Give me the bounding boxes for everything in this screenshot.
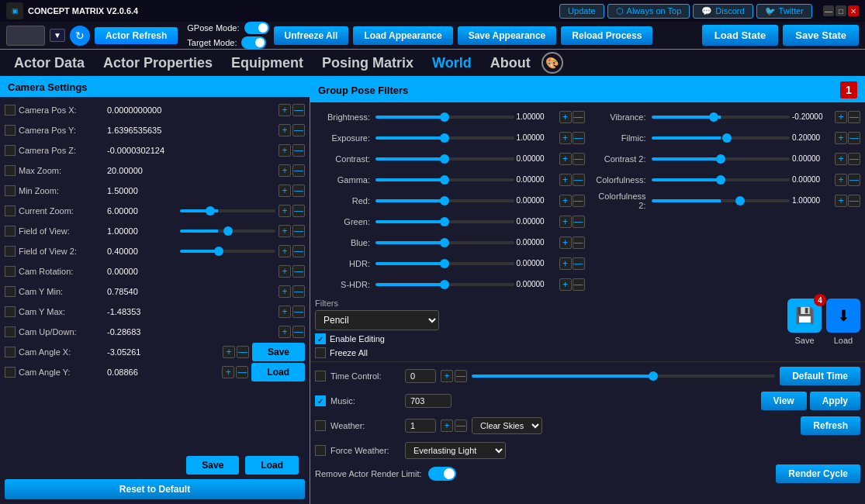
gp-left-slider-4[interactable]	[375, 199, 514, 202]
weather-checkbox[interactable]	[315, 420, 326, 431]
gp-right-slider-2[interactable]	[652, 157, 791, 161]
cam-checkbox-10[interactable]	[5, 306, 16, 317]
gp-left-plus-3[interactable]: +	[559, 174, 572, 186]
cam-plus-10[interactable]: +	[279, 306, 291, 318]
gp-left-slider-6[interactable]	[375, 241, 514, 244]
filter-select[interactable]: Pencil None Watercolor Pastel	[315, 310, 439, 330]
cam-plus-7[interactable]: +	[279, 245, 291, 257]
cam-checkbox-6[interactable]	[5, 226, 16, 236]
reload-process-button[interactable]: Reload Process	[561, 26, 652, 45]
cam-load-btn[interactable]: Load	[251, 363, 305, 381]
cam-minus-6[interactable]: —	[292, 225, 305, 237]
cam-checkbox-7[interactable]	[5, 246, 16, 257]
gp-left-plus-8[interactable]: +	[559, 278, 572, 291]
gp-left-slider-3[interactable]	[375, 178, 514, 181]
unfreeze-all-button[interactable]: Unfreeze All	[274, 26, 349, 45]
cam-plus-6[interactable]: +	[279, 225, 291, 237]
nav-posing-matrix[interactable]: Posing Matrix	[314, 52, 421, 74]
nav-world[interactable]: World	[424, 52, 479, 74]
gp-left-minus-1[interactable]: —	[573, 132, 585, 144]
nav-about[interactable]: About	[483, 52, 538, 74]
freeze-all-checkbox[interactable]	[315, 347, 326, 358]
gp-left-minus-7[interactable]: —	[573, 257, 585, 270]
cam-plus-3[interactable]: +	[279, 164, 291, 177]
cam-minus-5[interactable]: —	[292, 205, 305, 217]
cam-checkbox-3[interactable]	[5, 165, 16, 176]
maximize-button[interactable]: □	[836, 5, 846, 16]
cam-checkbox-13[interactable]	[5, 367, 16, 378]
time-slider[interactable]	[472, 375, 775, 378]
gp-right-minus-2[interactable]: —	[848, 153, 860, 165]
view-button[interactable]: View	[761, 392, 807, 410]
cam-checkbox-11[interactable]	[5, 326, 16, 337]
gp-left-slider-5[interactable]	[375, 220, 514, 223]
gp-right-plus-1[interactable]: +	[835, 132, 847, 144]
gp-right-plus-4[interactable]: +	[835, 195, 847, 207]
cam-plus-13[interactable]: +	[222, 366, 234, 378]
load-appearance-button[interactable]: Load Appearance	[353, 26, 452, 45]
cam-checkbox-2[interactable]	[5, 145, 16, 156]
cam-checkbox-4[interactable]	[5, 185, 16, 196]
force-weather-checkbox[interactable]	[315, 445, 326, 456]
time-control-input[interactable]	[405, 369, 436, 383]
cam-minus-0[interactable]: —	[292, 104, 305, 116]
gp-left-plus-5[interactable]: +	[559, 216, 572, 228]
alwaysontop-button[interactable]: ⬡ Always on Top	[607, 4, 690, 19]
weather-minus[interactable]: —	[455, 419, 467, 432]
default-time-button[interactable]: Default Time	[780, 367, 860, 385]
nav-actor-properties[interactable]: Actor Properties	[95, 52, 220, 74]
gp-left-slider-2[interactable]	[375, 157, 514, 161]
cam-minus-1[interactable]: —	[292, 124, 305, 136]
target-mode-toggle[interactable]	[241, 36, 266, 49]
gp-left-plus-4[interactable]: +	[559, 195, 572, 207]
cam-checkbox-12[interactable]	[5, 347, 16, 357]
gp-left-minus-3[interactable]: —	[573, 174, 585, 186]
cam-slider-7[interactable]	[180, 250, 275, 253]
cam-checkbox-5[interactable]	[5, 205, 16, 216]
nav-actor-data[interactable]: Actor Data	[6, 52, 92, 74]
gp-right-plus-2[interactable]: +	[835, 153, 847, 165]
cam-minus-13[interactable]: —	[236, 366, 248, 378]
gp-right-minus-4[interactable]: —	[848, 195, 860, 207]
gpose-mode-toggle[interactable]	[244, 22, 269, 34]
cam-minus-7[interactable]: —	[292, 245, 305, 257]
music-input[interactable]	[405, 394, 452, 408]
cam-minus-9[interactable]: —	[292, 285, 305, 298]
actor-refresh-button[interactable]: Actor Refresh	[95, 27, 178, 44]
cam-plus-0[interactable]: +	[279, 104, 291, 116]
cam-minus-11[interactable]: —	[292, 326, 305, 338]
time-control-checkbox[interactable]	[315, 371, 326, 381]
cam-plus-9[interactable]: +	[279, 285, 291, 298]
gp-left-minus-6[interactable]: —	[573, 236, 585, 249]
camera-save-button[interactable]: Save	[186, 456, 239, 475]
gp-right-slider-0[interactable]	[652, 116, 791, 119]
gp-left-plus-1[interactable]: +	[559, 132, 572, 144]
apply-button[interactable]: Apply	[810, 392, 860, 410]
palette-icon[interactable]: 🎨	[541, 52, 563, 74]
gp-left-minus-2[interactable]: —	[573, 153, 585, 165]
gp-left-plus-0[interactable]: +	[559, 111, 572, 123]
enable-editing-checkbox[interactable]: ✓	[315, 333, 326, 344]
music-checkbox[interactable]: ✓	[315, 395, 326, 406]
close-button[interactable]: ✕	[848, 5, 859, 16]
gp-save-button[interactable]: 💾 4	[787, 299, 822, 333]
gp-right-plus-3[interactable]: +	[835, 174, 847, 186]
cam-plus-8[interactable]: +	[279, 265, 291, 278]
force-weather-select[interactable]: Everlasting Light Clear Skies None	[405, 442, 506, 459]
cam-save-btn[interactable]: Save	[252, 343, 305, 361]
save-appearance-button[interactable]: Save Appearance	[458, 26, 557, 45]
discord-button[interactable]: 💬 Discord	[693, 4, 753, 19]
render-cycle-button[interactable]: Render Cycle	[776, 464, 860, 483]
gp-left-minus-0[interactable]: —	[573, 111, 585, 123]
cam-minus-8[interactable]: —	[292, 265, 305, 278]
gp-right-minus-1[interactable]: —	[848, 132, 860, 144]
refresh-icon-button[interactable]: ↻	[70, 26, 90, 46]
gp-right-plus-0[interactable]: +	[835, 111, 847, 123]
minimize-button[interactable]: —	[823, 5, 834, 16]
cam-plus-12[interactable]: +	[223, 346, 235, 358]
gp-left-slider-7[interactable]	[375, 262, 514, 265]
weather-plus[interactable]: +	[441, 419, 453, 432]
time-minus[interactable]: —	[455, 370, 467, 382]
save-state-button[interactable]: Save State	[783, 25, 859, 46]
camera-load-button[interactable]: Load	[245, 456, 299, 475]
